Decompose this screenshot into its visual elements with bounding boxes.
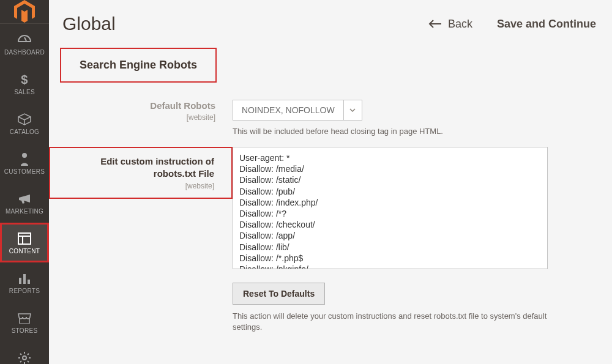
sidebar-item-stores[interactable]: STORES (0, 302, 49, 342)
field-scope: [website] (60, 113, 215, 122)
sidebar-item-dashboard[interactable]: DASHBOARD (0, 24, 49, 64)
main-content: Global Back Save and Continue Search Eng… (49, 0, 612, 364)
sidebar-item-label: CONTENT (9, 248, 40, 254)
field-custom-robots: Edit custom instruction of robots.txt Fi… (49, 147, 594, 272)
magento-logo[interactable] (0, 0, 49, 24)
box-icon (17, 113, 32, 126)
sidebar-item-sales[interactable]: $ SALES (0, 64, 49, 103)
back-label: Back (448, 18, 472, 31)
field-scope: [website] (61, 182, 214, 190)
svg-text:$: $ (21, 73, 28, 86)
field-label: Edit custom instruction of robots.txt Fi… (100, 156, 214, 179)
field-reset: Reset To Defaults This action will delet… (49, 283, 594, 333)
select-value: NOINDEX, NOFOLLOW (233, 100, 343, 120)
field-label: Default Robots (150, 100, 215, 111)
header-actions: Back Save and Continue (428, 18, 596, 31)
sidebar-item-label: REPORTS (9, 288, 40, 294)
sidebar-item-content[interactable]: CONTENT (0, 223, 49, 262)
gauge-icon (17, 33, 32, 46)
default-robots-select[interactable]: NOINDEX, NOFOLLOW (233, 100, 362, 121)
arrow-left-icon (428, 20, 442, 28)
svg-rect-6 (23, 274, 26, 284)
sidebar-item-customers[interactable]: CUSTOMERS (0, 143, 49, 183)
page-title: Global (62, 13, 116, 34)
svg-point-1 (22, 153, 27, 158)
sidebar-item-marketing[interactable]: MARKETING (0, 183, 49, 223)
sidebar-item-label: SALES (14, 89, 35, 95)
sidebar-item-system[interactable] (0, 342, 49, 364)
person-icon (17, 152, 32, 166)
gear-icon (17, 351, 32, 364)
sidebar-item-label: STORES (12, 327, 38, 334)
save-continue-button[interactable]: Save and Continue (497, 18, 596, 31)
admin-sidebar: DASHBOARD $ SALES CATALOG CUSTOMERS MARK… (0, 0, 49, 364)
layout-icon (17, 232, 32, 245)
chevron-down-icon (343, 100, 362, 120)
svg-rect-2 (18, 233, 31, 244)
sidebar-item-label: CUSTOMERS (4, 168, 45, 175)
back-button[interactable]: Back (428, 18, 472, 31)
chart-icon (17, 272, 32, 285)
sidebar-item-label: MARKETING (6, 208, 43, 215)
sidebar-item-label: DASHBOARD (4, 49, 45, 56)
svg-rect-7 (28, 280, 30, 284)
megaphone-icon (17, 192, 32, 206)
robots-txt-textarea[interactable] (233, 147, 548, 269)
field-default-robots: Default Robots [website] NOINDEX, NOFOLL… (49, 100, 594, 136)
dollar-icon: $ (17, 73, 32, 86)
field-hint: This will be included before head closin… (233, 127, 594, 136)
page-header: Global Back Save and Continue (49, 0, 612, 45)
reset-hint: This action will delete your custom inst… (233, 311, 575, 333)
section-title: Search Engine Robots (60, 48, 217, 83)
form-area: Default Robots [website] NOINDEX, NOFOLL… (49, 100, 612, 333)
reset-defaults-button[interactable]: Reset To Defaults (233, 283, 325, 305)
svg-point-8 (23, 356, 26, 360)
sidebar-item-label: CATALOG (10, 128, 39, 135)
sidebar-item-catalog[interactable]: CATALOG (0, 103, 49, 143)
sidebar-item-reports[interactable]: REPORTS (0, 262, 49, 302)
store-icon (17, 311, 32, 325)
svg-rect-5 (19, 278, 21, 284)
